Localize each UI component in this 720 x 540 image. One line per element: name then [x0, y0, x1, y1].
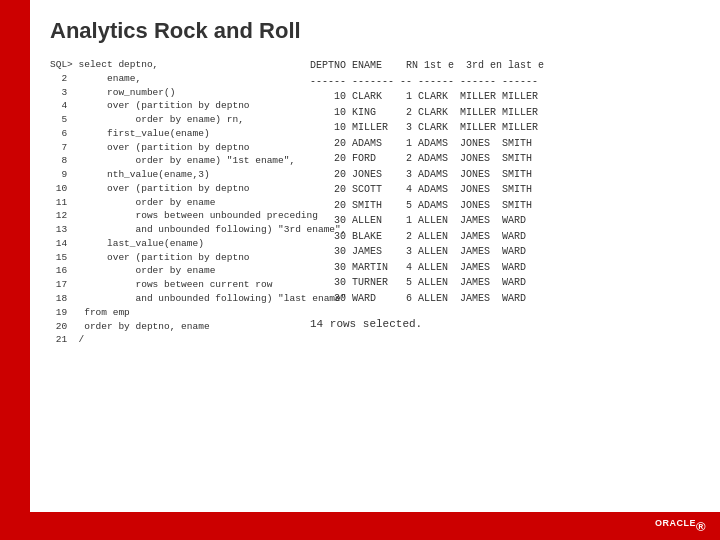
- page-title: Analytics Rock and Roll: [50, 18, 700, 44]
- sql-code-block: SQL> select deptno, 2 ename, 3 row_numbe…: [50, 58, 290, 347]
- sql-panel: SQL> select deptno, 2 ename, 3 row_numbe…: [50, 58, 290, 510]
- oracle-logo-text: ORACLE: [655, 518, 696, 528]
- columns-layout: SQL> select deptno, 2 ename, 3 row_numbe…: [50, 58, 700, 510]
- rows-selected: 14 rows selected.: [310, 318, 700, 330]
- bottom-bar: ORACLE®: [0, 512, 720, 540]
- main-content: Analytics Rock and Roll SQL> select dept…: [30, 0, 720, 540]
- red-sidebar: [0, 0, 30, 540]
- oracle-logo: ORACLE®: [655, 518, 706, 534]
- result-table: DEPTNO ENAME RN 1st e 3rd en last e-----…: [310, 58, 700, 306]
- result-panel: DEPTNO ENAME RN 1st e 3rd en last e-----…: [310, 58, 700, 510]
